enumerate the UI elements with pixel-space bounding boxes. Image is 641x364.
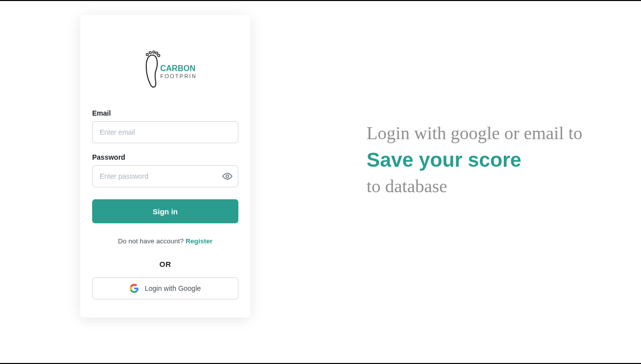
or-divider: OR [92, 260, 238, 268]
tagline-highlight: Save your score [367, 146, 641, 173]
email-label: Email [92, 109, 238, 117]
signin-button[interactable]: Sign in [92, 199, 238, 223]
google-icon [130, 284, 139, 293]
tagline-line1: Login with google or email to [367, 123, 582, 143]
svg-text:CARBON: CARBON [160, 64, 195, 73]
google-login-button[interactable]: Login with Google [92, 277, 238, 299]
svg-point-2 [153, 51, 155, 53]
svg-point-0 [146, 54, 148, 56]
logo: CARBON FOOTPRINT [92, 49, 238, 89]
register-prompt: Do not have account? Register [92, 237, 238, 245]
register-prompt-text: Do not have account? [118, 237, 185, 245]
svg-text:FOOTPRINT: FOOTPRINT [160, 73, 195, 79]
svg-point-4 [158, 55, 160, 57]
email-input[interactable] [92, 121, 238, 143]
password-input[interactable] [92, 165, 238, 187]
login-card: CARBON FOOTPRINT Email Password [80, 15, 250, 317]
svg-point-3 [156, 52, 158, 54]
google-login-label: Login with Google [145, 284, 201, 292]
svg-point-7 [226, 175, 229, 178]
register-link[interactable]: Register [186, 237, 213, 245]
password-label: Password [92, 153, 238, 161]
footprint-logo-icon: CARBON FOOTPRINT [135, 49, 195, 89]
show-password-icon[interactable] [222, 171, 232, 181]
tagline: Login with google or email to Save your … [367, 120, 641, 199]
tagline-line3: to database [367, 176, 447, 196]
svg-point-1 [149, 52, 151, 54]
